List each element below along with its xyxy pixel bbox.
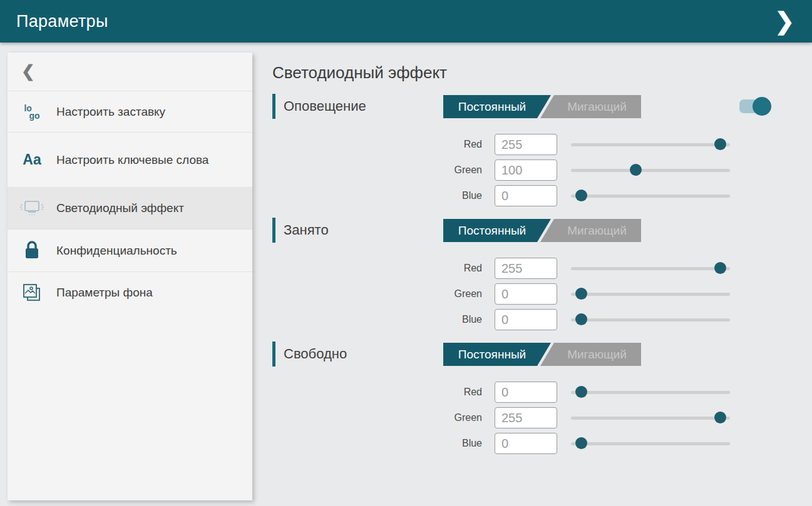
lock-icon <box>8 240 56 261</box>
slider-track <box>571 143 730 146</box>
panel-title: Светодиодный эффект <box>272 63 812 83</box>
sidebar-item-screensaver[interactable]: logo Настроить заставку <box>8 91 252 132</box>
section-accent-bar <box>272 342 275 367</box>
red-slider[interactable] <box>571 138 730 151</box>
mode-segmented-control: Постоянный Мигающий <box>443 343 641 366</box>
channel-label: Red <box>272 263 495 274</box>
notification-toggle[interactable] <box>739 99 767 113</box>
mode-solid-segment[interactable]: Постоянный <box>443 219 551 242</box>
channel-row-blue: Blue <box>272 433 812 454</box>
red-slider[interactable] <box>571 386 730 398</box>
section-header: Занято Постоянный Мигающий <box>272 218 767 243</box>
section-notification: Оповещение Постоянный Мигающий Red <box>272 94 812 206</box>
slider-thumb[interactable] <box>575 288 587 300</box>
slider-thumb[interactable] <box>714 138 726 150</box>
sidebar-item-keywords[interactable]: Aa Настроить ключевые слова <box>8 132 252 187</box>
section-header: Оповещение Постоянный Мигающий <box>272 94 767 119</box>
channel-row-red: Red <box>272 134 812 155</box>
blue-value-input[interactable] <box>495 433 557 454</box>
channel-label: Blue <box>272 438 495 449</box>
channel-row-green: Green <box>272 283 812 305</box>
green-slider[interactable] <box>571 288 730 300</box>
blue-value-input[interactable] <box>495 309 557 330</box>
channel-rows: Red Green Blue <box>272 134 812 206</box>
red-slider[interactable] <box>571 262 730 275</box>
blue-slider[interactable] <box>571 313 730 326</box>
channel-label: Blue <box>272 314 495 325</box>
slider-track <box>571 293 730 296</box>
red-value-input[interactable] <box>495 382 557 403</box>
section-title: Оповещение <box>284 98 366 114</box>
slider-thumb[interactable] <box>630 164 642 176</box>
green-value-input[interactable] <box>495 283 557 305</box>
mode-blinking-segment[interactable]: Мигающий <box>540 343 641 366</box>
channel-row-red: Red <box>272 258 812 279</box>
led-screen-icon <box>8 198 56 218</box>
mode-blinking-segment[interactable]: Мигающий <box>540 95 641 118</box>
green-slider[interactable] <box>571 412 730 424</box>
channel-label: Green <box>272 288 495 300</box>
page-title: Параметры <box>16 12 108 31</box>
slider-track <box>571 391 730 394</box>
blue-slider[interactable] <box>571 190 730 202</box>
back-button[interactable]: ❮ <box>8 53 252 91</box>
blue-slider[interactable] <box>571 437 730 450</box>
section-title: Свободно <box>284 346 347 362</box>
channel-row-blue: Blue <box>272 309 812 330</box>
settings-sidebar: ❮ logo Настроить заставку Aa Настроить к… <box>8 53 252 500</box>
red-value-input[interactable] <box>495 134 557 155</box>
blue-value-input[interactable] <box>495 185 557 206</box>
mode-solid-segment[interactable]: Постоянный <box>443 95 551 118</box>
mode-blinking-segment[interactable]: Мигающий <box>540 219 641 242</box>
section-free: Свободно Постоянный Мигающий Red Green <box>272 342 812 454</box>
slider-thumb[interactable] <box>575 313 587 325</box>
green-slider[interactable] <box>571 164 730 176</box>
slider-thumb[interactable] <box>575 386 587 398</box>
collapse-panel-icon[interactable]: ❯ <box>773 7 796 36</box>
sidebar-item-label: Настроить заставку <box>56 104 165 120</box>
green-value-input[interactable] <box>495 407 557 428</box>
channel-label: Red <box>272 139 495 150</box>
logo-icon: logo <box>8 104 56 119</box>
green-value-input[interactable] <box>495 159 557 181</box>
section-header: Свободно Постоянный Мигающий <box>272 342 767 367</box>
channel-rows: Red Green Blue <box>272 382 812 454</box>
section-title: Занято <box>284 222 329 238</box>
channel-label: Red <box>272 387 495 398</box>
sidebar-item-label: Параметры фона <box>56 285 153 301</box>
sidebar-item-led-effect[interactable]: Светодиодный эффект <box>8 187 252 229</box>
app-header: Параметры ❯ <box>0 0 812 43</box>
sidebar-item-privacy[interactable]: Конфиденциальность <box>8 229 252 271</box>
led-effect-panel: Светодиодный эффект Оповещение Постоянны… <box>272 43 812 465</box>
section-accent-bar <box>272 218 275 243</box>
red-value-input[interactable] <box>495 258 557 279</box>
slider-thumb[interactable] <box>575 190 587 201</box>
channel-label: Blue <box>272 190 495 201</box>
mode-segmented-control: Постоянный Мигающий <box>443 95 641 118</box>
channel-row-green: Green <box>272 407 812 428</box>
slider-track <box>571 195 730 198</box>
background-icon <box>8 281 56 304</box>
mode-segmented-control: Постоянный Мигающий <box>443 219 641 242</box>
slider-thumb[interactable] <box>714 262 726 274</box>
section-busy: Занято Постоянный Мигающий Red Green <box>272 218 812 330</box>
sidebar-item-label: Светодиодный эффект <box>56 200 184 216</box>
slider-thumb[interactable] <box>714 412 726 423</box>
back-chevron-icon: ❮ <box>21 62 35 81</box>
slider-track <box>571 169 730 172</box>
slider-track <box>571 417 730 420</box>
channel-row-blue: Blue <box>272 185 812 206</box>
mode-solid-segment[interactable]: Постоянный <box>443 343 551 366</box>
slider-track <box>571 267 730 270</box>
content-area: ❮ logo Настроить заставку Aa Настроить к… <box>0 43 812 506</box>
channel-label: Green <box>272 164 495 176</box>
sidebar-item-label: Настроить ключевые слова <box>56 152 208 168</box>
toggle-knob <box>753 97 771 116</box>
slider-thumb[interactable] <box>575 437 587 449</box>
sidebar-item-background[interactable]: Параметры фона <box>8 271 252 313</box>
channel-row-red: Red <box>272 382 812 403</box>
channel-label: Green <box>272 412 495 423</box>
slider-track <box>571 318 730 321</box>
channel-row-green: Green <box>272 159 812 181</box>
slider-track <box>571 442 730 445</box>
